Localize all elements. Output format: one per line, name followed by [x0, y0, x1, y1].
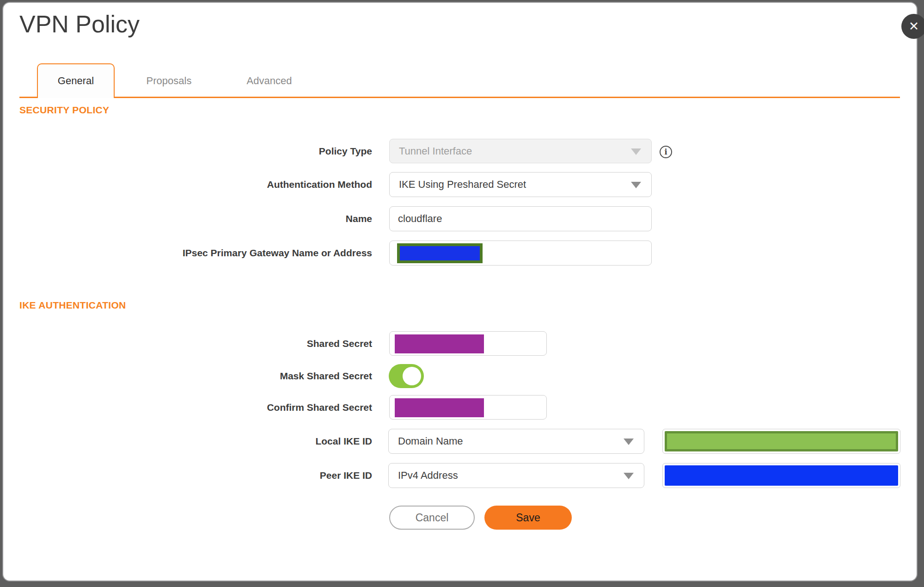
peer-ike-id-value-input[interactable]: [662, 463, 900, 488]
redacted-local-ike-id-value: [665, 431, 898, 451]
name-label: Name: [0, 206, 372, 231]
local-ike-id-type-value: Domain Name: [398, 435, 463, 447]
policy-type-value: Tunnel Interface: [399, 145, 472, 157]
tab-proposals[interactable]: Proposals: [131, 63, 207, 98]
gateway-label: IPsec Primary Gateway Name or Address: [0, 241, 372, 266]
shared-secret-label: Shared Secret: [0, 331, 372, 356]
authentication-method-select[interactable]: IKE Using Preshared Secret: [389, 172, 652, 197]
peer-ike-id-label: Peer IKE ID: [0, 463, 372, 488]
chevron-down-icon: [631, 182, 641, 188]
peer-ike-id-select[interactable]: IPv4 Address: [388, 463, 644, 488]
redacted-gateway-value: [397, 243, 483, 263]
policy-type-label: Policy Type: [0, 139, 372, 163]
close-button[interactable]: ✕: [901, 14, 924, 39]
local-ike-id-select[interactable]: Domain Name: [388, 429, 644, 454]
redacted-shared-secret-value: [395, 334, 484, 353]
confirm-shared-secret-input[interactable]: [389, 395, 547, 420]
chevron-down-icon: [624, 439, 634, 445]
section-ike-authentication: IKE AUTHENTICATION: [19, 300, 126, 311]
policy-type-select[interactable]: Tunnel Interface: [389, 139, 652, 163]
chevron-down-icon: [624, 473, 634, 479]
peer-ike-id-type-value: IPv4 Address: [398, 470, 458, 482]
confirm-shared-secret-label: Confirm Shared Secret: [0, 395, 372, 420]
toggle-knob: [403, 367, 421, 385]
mask-shared-secret-label: Mask Shared Secret: [0, 364, 372, 388]
authentication-method-value: IKE Using Preshared Secret: [399, 179, 526, 191]
close-icon: ✕: [909, 19, 919, 34]
section-security-policy: SECURITY POLICY: [19, 105, 109, 116]
chevron-down-icon: [631, 148, 641, 155]
local-ike-id-value-input[interactable]: [662, 429, 900, 454]
authentication-method-label: Authentication Method: [0, 172, 372, 197]
tab-general[interactable]: General: [37, 63, 115, 98]
redacted-confirm-shared-secret-value: [395, 398, 484, 417]
local-ike-id-label: Local IKE ID: [0, 429, 372, 454]
name-input[interactable]: [389, 206, 652, 231]
cancel-button[interactable]: Cancel: [389, 506, 475, 530]
tab-advanced[interactable]: Advanced: [231, 63, 307, 98]
redacted-peer-ike-id-value: [665, 465, 898, 486]
save-button[interactable]: Save: [484, 506, 572, 530]
mask-shared-secret-toggle[interactable]: [389, 364, 424, 388]
gateway-input[interactable]: [389, 241, 652, 266]
info-icon[interactable]: i: [660, 146, 672, 158]
page-title: VPN Policy: [19, 10, 140, 38]
page-backdrop: ✕ VPN Policy General Proposals Advanced …: [0, 0, 924, 587]
shared-secret-input[interactable]: [389, 331, 547, 356]
